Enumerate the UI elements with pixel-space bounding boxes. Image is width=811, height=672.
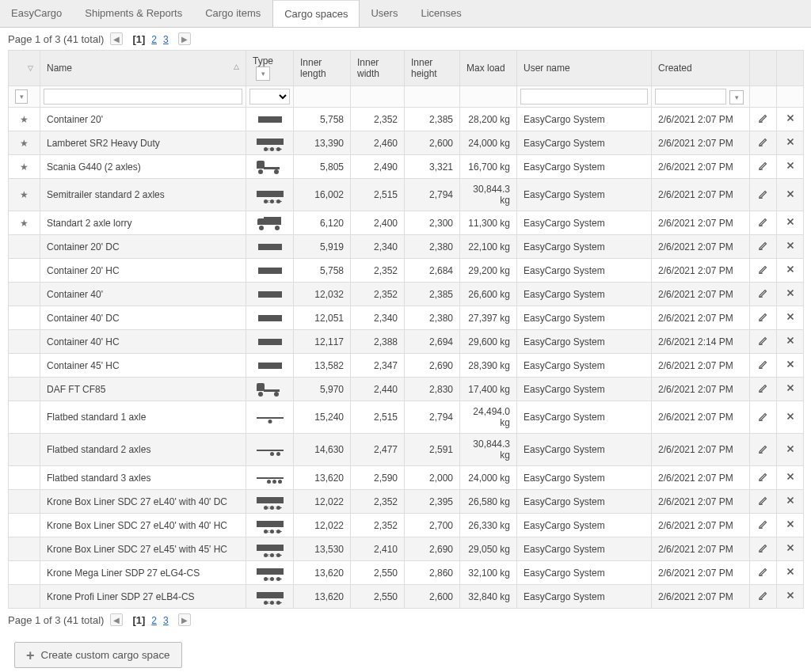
favorite-cell[interactable] [9, 490, 40, 514]
edit-button[interactable] [756, 411, 770, 422]
type-cell [246, 514, 294, 537]
edit-button[interactable] [756, 566, 770, 577]
created-cell: 2/6/2021 2:07 PM [652, 354, 750, 378]
tab-shipments-reports[interactable]: Shipments & Reports [74, 0, 194, 27]
delete-button[interactable] [783, 566, 797, 577]
col-name[interactable]: Name△ [40, 51, 246, 86]
edit-button[interactable] [756, 216, 770, 227]
pager-page-3[interactable]: 3 [163, 34, 169, 45]
col-favorite[interactable]: ▽ [9, 51, 40, 86]
created-filter-dropdown[interactable]: ▾ [729, 90, 744, 104]
delete-button[interactable] [783, 287, 797, 298]
delete-button[interactable] [783, 443, 797, 454]
favorite-cell[interactable] [9, 434, 40, 466]
max-load-cell: 30,844.3 kg [460, 179, 517, 211]
favorite-filter-dropdown[interactable]: ▾ [15, 89, 28, 104]
delete-button[interactable] [783, 411, 797, 422]
col-max-load[interactable]: Max load [460, 51, 517, 86]
edit-button[interactable] [756, 287, 770, 298]
table-row: ★Container 20'5,7582,3522,38528,200 kgEa… [9, 108, 804, 131]
favorite-cell[interactable] [9, 330, 40, 354]
favorite-cell[interactable] [9, 514, 40, 537]
col-type[interactable]: Type▾ [246, 51, 294, 86]
col-inner-width[interactable]: Inner width [351, 51, 405, 86]
favorite-cell[interactable] [9, 306, 40, 330]
delete-button[interactable] [783, 335, 797, 346]
edit-button[interactable] [756, 335, 770, 346]
edit-button[interactable] [756, 542, 770, 553]
edit-button[interactable] [756, 359, 770, 370]
delete-button[interactable] [783, 264, 797, 275]
user-filter-input[interactable] [520, 89, 648, 104]
edit-button[interactable] [756, 264, 770, 275]
favorite-cell[interactable] [9, 378, 40, 401]
edit-button[interactable] [756, 188, 770, 199]
edit-button[interactable] [756, 160, 770, 171]
pager-prev-button[interactable]: ◀ [110, 613, 123, 626]
delete-button[interactable] [783, 240, 797, 251]
delete-button[interactable] [783, 382, 797, 393]
created-cell: 2/6/2021 2:07 PM [652, 466, 750, 490]
col-inner-height[interactable]: Inner height [405, 51, 460, 86]
delete-button[interactable] [783, 311, 797, 322]
favorite-cell[interactable] [9, 259, 40, 283]
edit-button[interactable] [756, 518, 770, 530]
delete-button[interactable] [783, 216, 797, 227]
edit-button[interactable] [756, 112, 770, 123]
favorite-cell[interactable] [9, 283, 40, 306]
tab-users[interactable]: Users [360, 0, 409, 27]
pager-next-button[interactable]: ▶ [178, 32, 191, 45]
created-filter-input[interactable] [655, 89, 726, 104]
favorite-cell[interactable]: ★ [9, 179, 40, 211]
pager-page-3[interactable]: 3 [163, 615, 169, 626]
favorite-cell[interactable] [9, 585, 40, 609]
pager-page-2[interactable]: 2 [151, 615, 157, 626]
favorite-cell[interactable]: ★ [9, 155, 40, 179]
favorite-cell[interactable]: ★ [9, 108, 40, 131]
edit-button[interactable] [756, 495, 770, 506]
favorite-cell[interactable] [9, 401, 40, 434]
pager-page-2[interactable]: 2 [151, 34, 157, 45]
create-cargo-space-button[interactable]: + Create custom cargo space [14, 642, 182, 668]
delete-button[interactable] [783, 112, 797, 123]
delete-button[interactable] [783, 188, 797, 199]
delete-button[interactable] [783, 359, 797, 370]
tab-easycargo[interactable]: EasyCargo [0, 0, 74, 27]
type-filter-select[interactable] [249, 89, 290, 104]
favorite-cell[interactable] [9, 235, 40, 259]
delete-button[interactable] [783, 495, 797, 506]
tab-licenses[interactable]: Licenses [409, 0, 473, 27]
edit-button[interactable] [756, 311, 770, 322]
type-filter-dropdown[interactable]: ▾ [256, 66, 270, 81]
edit-button[interactable] [756, 471, 770, 482]
inner-length-cell: 5,970 [294, 378, 351, 401]
delete-button[interactable] [783, 542, 797, 553]
delete-button[interactable] [783, 518, 797, 530]
favorite-cell[interactable]: ★ [9, 131, 40, 155]
pager-next-button[interactable]: ▶ [178, 613, 191, 626]
delete-button[interactable] [783, 136, 797, 147]
inner-width-cell: 2,352 [351, 514, 405, 537]
favorite-cell[interactable] [9, 561, 40, 585]
favorite-cell[interactable]: ★ [9, 211, 40, 235]
pager-prev-button[interactable]: ◀ [110, 32, 123, 45]
delete-button[interactable] [783, 590, 797, 601]
col-inner-length[interactable]: Inner length [294, 51, 351, 86]
name-filter-input[interactable] [44, 89, 242, 104]
col-created[interactable]: Created [652, 51, 750, 86]
edit-button[interactable] [756, 240, 770, 251]
favorite-cell[interactable] [9, 466, 40, 490]
tab-cargo-items[interactable]: Cargo items [194, 0, 272, 27]
name-cell: Flatbed standard 2 axles [40, 434, 246, 466]
edit-button[interactable] [756, 382, 770, 393]
edit-button[interactable] [756, 443, 770, 454]
edit-button[interactable] [756, 136, 770, 147]
favorite-cell[interactable] [9, 537, 40, 561]
favorite-cell[interactable] [9, 354, 40, 378]
delete-button[interactable] [783, 160, 797, 171]
edit-button[interactable] [756, 590, 770, 601]
tab-cargo-spaces[interactable]: Cargo spaces [272, 0, 360, 27]
delete-button[interactable] [783, 471, 797, 482]
col-user-name[interactable]: User name [517, 51, 652, 86]
flatbed-icon [257, 414, 284, 422]
